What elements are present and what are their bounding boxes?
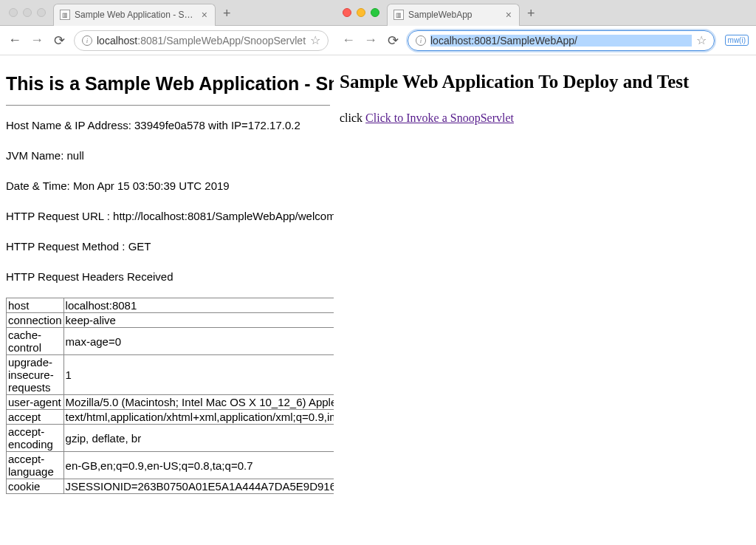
bookmark-star-icon[interactable]: ☆ [310,33,320,47]
divider [6,105,330,106]
jvm-info: JVM Name: null [6,149,330,162]
close-window-button[interactable] [9,8,18,17]
bookmark-star-icon[interactable]: ☆ [696,33,707,47]
back-button[interactable]: ← [7,32,22,48]
forward-button[interactable]: → [30,32,44,48]
site-info-icon[interactable]: i [82,35,92,46]
table-row: cache-controlmax-age=0 [7,328,337,355]
maximize-window-button[interactable] [371,8,379,17]
header-value: gzip, deflate, br [63,425,336,452]
table-row: accepttext/html,application/xhtml+xml,ap… [7,410,337,425]
page-content: Sample Web Application To Deploy and Tes… [334,55,756,545]
table-row: accept-languageen-GB,en;q=0.9,en-US;q=0.… [7,452,337,479]
tab-title: Sample Web Application - Snoo [75,10,196,20]
header-value: Mozilla/5.0 (Macintosh; Intel Mac OS X 1… [63,395,336,410]
close-tab-icon[interactable]: × [200,9,209,21]
reload-button[interactable]: ⟳ [385,32,400,49]
header-value: max-age=0 [63,328,336,355]
header-value: keep-alive [63,313,336,328]
tab-bar: ▥ SampleWebApp × + [334,0,756,26]
tab-title: SampleWebApp [408,10,500,20]
minimize-window-button[interactable] [357,8,365,17]
url-text: localhost:8081/SampleWebApp/SnoopServlet [97,35,306,47]
header-value: text/html,application/xhtml+xml,applicat… [63,410,336,425]
invoke-snoop-link[interactable]: Click to Invoke a SnoopServlet [365,112,514,124]
browser-window-left: ▥ Sample Web Application - Snoo × + ← → … [0,0,336,545]
traffic-lights [340,8,387,17]
table-row: hostlocalhost:8081 [7,298,337,313]
table-row: user-agentMozilla/5.0 (Macintosh; Intel … [7,395,337,410]
table-row: accept-encodinggzip, deflate, br [7,425,337,452]
header-value: JSESSIONID=263B0750A01E5A1A444A7DA5E9D91… [63,479,336,494]
table-row: connectionkeep-alive [7,313,337,328]
new-tab-button[interactable]: + [216,6,238,21]
reload-button[interactable]: ⟳ [52,32,66,49]
header-name: upgrade-insecure-requests [7,355,64,395]
new-tab-button[interactable]: + [520,6,543,21]
header-value: localhost:8081 [63,298,336,313]
minimize-window-button[interactable] [23,8,32,17]
favicon-icon: ▥ [60,10,70,20]
close-tab-icon[interactable]: × [504,9,513,21]
header-value: en-GB,en;q=0.9,en-US;q=0.8,ta;q=0.7 [63,452,336,479]
traffic-lights [6,8,53,17]
browser-window-right: ▥ SampleWebApp × + ← → ⟳ i localhost:808… [334,0,756,545]
header-name: cookie [7,479,64,494]
header-name: connection [7,313,64,328]
request-url-info: HTTP Request URL : http://localhost:8081… [6,210,330,222]
extension-icon[interactable]: mw(i) [725,35,749,46]
toolbar: ← → ⟳ i localhost:8081/SampleWebApp/Snoo… [0,26,336,55]
page-content: This is a Sample Web Application - Snoop… [0,55,336,545]
table-row: upgrade-insecure-requests1 [7,355,337,395]
table-row: cookieJSESSIONID=263B0750A01E5A1A444A7DA… [7,479,337,494]
header-name: cache-control [7,328,64,355]
tab-bar: ▥ Sample Web Application - Snoo × + [0,0,336,26]
back-button[interactable]: ← [341,32,356,48]
click-prefix: click [340,112,365,124]
header-name: host [7,298,64,313]
host-info: Host Name & IP Address: 33949fe0a578 wit… [6,119,330,131]
invoke-paragraph: click Click to Invoke a SnoopServlet [340,112,750,125]
page-heading: This is a Sample Web Application - Snoop… [6,73,330,95]
forward-button[interactable]: → [363,32,378,48]
header-name: accept [7,410,64,425]
header-name: accept-language [7,452,64,479]
header-value: 1 [63,355,336,395]
header-name: accept-encoding [7,425,64,452]
address-bar[interactable]: i localhost:8081/SampleWebApp/ ☆ [408,30,715,51]
request-method-info: HTTP Request Method : GET [6,240,330,253]
headers-table: hostlocalhost:8081connectionkeep-aliveca… [6,298,336,494]
maximize-window-button[interactable] [37,8,46,17]
close-window-button[interactable] [343,8,351,17]
date-info: Date & Time: Mon Apr 15 03:50:39 UTC 201… [6,179,330,192]
header-name: user-agent [7,395,64,410]
favicon-icon: ▥ [394,10,404,20]
browser-tab[interactable]: ▥ SampleWebApp × [387,4,520,26]
site-info-icon[interactable]: i [416,35,426,46]
headers-label: HTTP Request Headers Received [6,270,330,283]
address-bar[interactable]: i localhost:8081/SampleWebApp/SnoopServl… [74,30,329,51]
page-heading: Sample Web Application To Deploy and Tes… [340,72,750,92]
toolbar: ← → ⟳ i localhost:8081/SampleWebApp/ ☆ m… [334,26,756,55]
browser-tab[interactable]: ▥ Sample Web Application - Snoo × [53,4,216,26]
url-text: localhost:8081/SampleWebApp/ [430,35,692,47]
